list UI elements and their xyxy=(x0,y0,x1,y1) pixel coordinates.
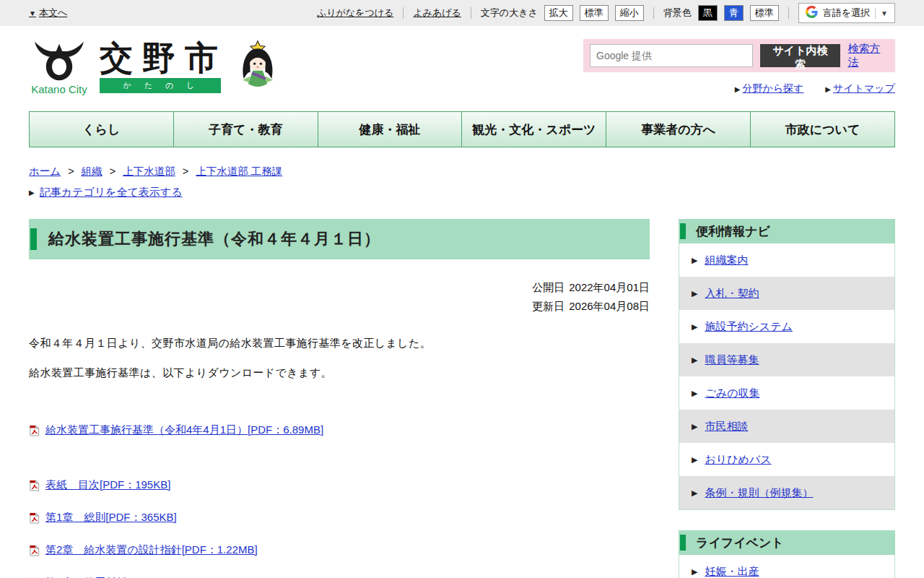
published-date-row: 公開日2022年04月01日 xyxy=(29,278,650,297)
sidebar-item-label: 妊娠・出産 xyxy=(705,565,759,578)
category-toggle: ▶ 記事カテゴリを全て表示する xyxy=(29,186,895,199)
sidebar-item-nyusatsu-keiyaku[interactable]: ▶ 入札・契約 xyxy=(679,277,894,310)
city-emblem-icon xyxy=(31,40,87,82)
language-select-label: 言語を選択 xyxy=(823,7,870,20)
divider xyxy=(653,7,654,19)
triangle-right-icon: ▶ xyxy=(825,85,831,93)
breadcrumb-komuka-link[interactable]: 上下水道部 工務課 xyxy=(196,165,282,177)
read-aloud-link[interactable]: よみあげる xyxy=(413,7,461,20)
language-select[interactable]: 言語を選択 ▼ xyxy=(798,3,895,23)
triangle-right-icon: ▶ xyxy=(692,488,697,498)
pdf-list-link[interactable]: 第2章 給水装置の設計指針[PDF：1.22MB] xyxy=(45,543,258,557)
nav-item-jigyosha[interactable]: 事業者の方へ xyxy=(606,112,750,147)
city-emblem: Katano City xyxy=(29,40,90,95)
triangle-right-icon: ▶ xyxy=(692,322,697,332)
sidebar-life-event-box: ライフイベント ▶ 妊娠・出産 xyxy=(679,530,895,578)
article-paragraph: 給水装置工事施行基準は、以下よりダウンロードできます。 xyxy=(29,366,650,380)
article-dates: 公開日2022年04月01日 更新日2026年04月08日 xyxy=(29,278,650,315)
sidebar-item-label: 組織案内 xyxy=(705,254,748,267)
updated-label: 更新日 xyxy=(532,300,565,312)
site-search-area: サイト内検索 検索方法 ▶分野から探す ▶サイトマップ xyxy=(583,39,895,95)
breadcrumb-home-link[interactable]: ホーム xyxy=(29,165,61,177)
pdf-link-row: 給水装置工事施行基準（令和4年4月1日）[PDF：6.89MB] xyxy=(29,423,650,437)
sidebar-item-orihime-bus[interactable]: ▶ おりひめバス xyxy=(679,443,894,476)
pdf-list-link[interactable]: 第1章 総則[PDF：365KB] xyxy=(45,511,177,525)
breadcrumb-separator: > xyxy=(68,165,74,177)
divider xyxy=(403,7,404,19)
font-size-larger-button[interactable]: 拡大 xyxy=(544,5,573,22)
sidebar-useful-info-box: 便利情報ナビ ▶ 組織案内 ▶ 入札・契約 ▶ 施設予約システム ▶ 職員等募集 xyxy=(679,219,895,510)
divider xyxy=(788,7,789,19)
show-all-categories-link[interactable]: 記事カテゴリを全て表示する xyxy=(40,186,183,199)
search-input[interactable] xyxy=(590,44,753,67)
triangle-right-icon: ▶ xyxy=(692,256,697,265)
sitemap-link[interactable]: サイトマップ xyxy=(833,82,895,94)
page-title: 給水装置工事施行基準（令和４年４月１日） xyxy=(48,228,380,250)
sidebar-item-shimin-sodan[interactable]: ▶ 市民相談 xyxy=(679,410,894,443)
triangle-right-icon: ▶ xyxy=(29,189,35,197)
pdf-file-icon xyxy=(29,480,40,491)
site-search-button[interactable]: サイト内検索 xyxy=(760,44,841,67)
main-layout: 給水装置工事施行基準（令和４年４月１日） 公開日2022年04月01日 更新日2… xyxy=(29,219,895,578)
skip-to-content-link[interactable]: ▼本文へ xyxy=(29,7,67,20)
sidebar-item-label: 入札・契約 xyxy=(705,287,759,301)
skip-to-content-label: 本文へ xyxy=(39,7,67,20)
breadcrumb-separator: > xyxy=(183,165,188,177)
sidebar: 便利情報ナビ ▶ 組織案内 ▶ 入札・契約 ▶ 施設予約システム ▶ 職員等募集 xyxy=(679,219,895,578)
sidebar-item-label: 条例・規則（例規集） xyxy=(705,486,813,500)
pdf-main-link[interactable]: 給水装置工事施行基準（令和4年4月1日）[PDF：6.89MB] xyxy=(45,423,323,437)
nav-item-kanko-bunka-sports[interactable]: 観光・文化・スポーツ xyxy=(461,112,606,147)
nav-item-shisei[interactable]: 市政について xyxy=(750,112,894,147)
published-label: 公開日 xyxy=(532,281,565,293)
furigana-link[interactable]: ふりがなをつける xyxy=(317,7,393,20)
breadcrumb-jogesuidobu-link[interactable]: 上下水道部 xyxy=(123,165,175,177)
bg-black-button[interactable]: 黒 xyxy=(698,5,718,22)
pdf-file-icon xyxy=(29,425,40,436)
sidebar-item-ninshin-shussan[interactable]: ▶ 妊娠・出産 xyxy=(679,555,894,578)
pdf-link-row: 第1章 総則[PDF：365KB] xyxy=(29,511,650,525)
sidebar-link-list: ▶ 妊娠・出産 xyxy=(679,555,895,578)
triangle-right-icon: ▶ xyxy=(692,389,697,398)
published-date: 2022年04月01日 xyxy=(569,281,650,293)
city-name-japanese: 交野市 xyxy=(100,40,227,77)
triangle-right-icon: ▶ xyxy=(692,455,697,465)
mascot-icon xyxy=(237,40,278,89)
bg-normal-button[interactable]: 標準 xyxy=(750,5,779,22)
chevron-down-icon: ▼ xyxy=(881,9,888,17)
article: 給水装置工事施行基準（令和４年４月１日） 公開日2022年04月01日 更新日2… xyxy=(29,219,650,578)
updated-date: 2026年04月08日 xyxy=(569,300,650,312)
article-paragraph: 令和４年４月１日より、交野市水道局の給水装置工事施行基準を改正しました。 xyxy=(29,337,650,350)
divider xyxy=(471,7,471,19)
site-header: Katano City 交野市 かたのし サイト内検索 検索方法 ▶分野から探 xyxy=(0,26,924,107)
sidebar-item-label: 市民相談 xyxy=(705,420,748,434)
sidebar-item-shokuin-boshu[interactable]: ▶ 職員等募集 xyxy=(679,343,894,376)
browse-by-field-link[interactable]: 分野から探す xyxy=(742,82,803,94)
city-name-english: Katano City xyxy=(31,83,87,95)
pdf-link-row: 表紙 目次[PDF：195KB] xyxy=(29,478,650,492)
nav-item-kurashi[interactable]: くらし xyxy=(30,112,173,147)
search-help-link[interactable]: 検索方法 xyxy=(847,42,889,69)
sidebar-item-gomi-shushu[interactable]: ▶ ごみの収集 xyxy=(679,376,894,410)
city-name-kana: かたのし xyxy=(100,78,221,93)
bg-color-label: 背景色 xyxy=(663,7,692,20)
sidebar-item-label: 職員等募集 xyxy=(705,353,759,367)
updated-date-row: 更新日2026年04月08日 xyxy=(29,297,650,316)
font-size-normal-button[interactable]: 標準 xyxy=(580,5,609,22)
nav-item-kenko-fukushi[interactable]: 健康・福祉 xyxy=(318,112,462,147)
bg-blue-button[interactable]: 青 xyxy=(724,5,744,22)
sidebar-link-list: ▶ 組織案内 ▶ 入札・契約 ▶ 施設予約システム ▶ 職員等募集 ▶ ごみ xyxy=(679,243,895,510)
site-search-box: サイト内検索 検索方法 xyxy=(583,39,895,72)
utility-controls: ふりがなをつける よみあげる 文字の大きさ 拡大 標準 縮小 背景色 黒 青 標… xyxy=(317,3,895,23)
pdf-list-link[interactable]: 表紙 目次[PDF：195KB] xyxy=(45,478,170,492)
sidebar-item-soshiki-annai[interactable]: ▶ 組織案内 xyxy=(679,243,894,277)
pdf-link-row: 第2章 給水装置の設計指針[PDF：1.22MB] xyxy=(29,543,650,557)
breadcrumb-soshiki-link[interactable]: 組織 xyxy=(82,165,103,177)
sidebar-item-shisetsu-yoyaku[interactable]: ▶ 施設予約システム xyxy=(679,310,894,343)
divider xyxy=(875,8,876,19)
title-accent-bar xyxy=(680,223,686,239)
breadcrumb: ホーム > 組織 > 上下水道部 > 上下水道部 工務課 xyxy=(29,165,895,178)
font-size-smaller-button[interactable]: 縮小 xyxy=(615,5,644,22)
nav-item-kosodate-kyoiku[interactable]: 子育て・教育 xyxy=(173,112,318,147)
sidebar-item-jorei-kisoku[interactable]: ▶ 条例・規則（例規集） xyxy=(679,476,894,509)
title-accent-bar xyxy=(680,535,686,551)
